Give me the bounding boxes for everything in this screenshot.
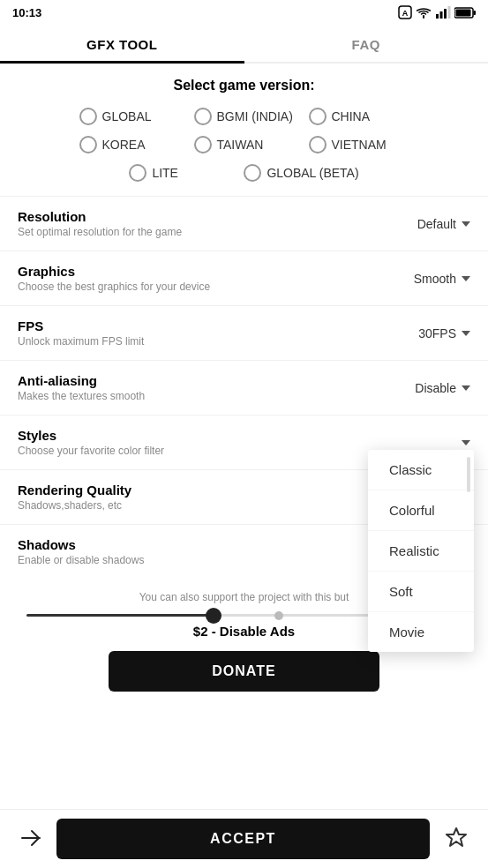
radio-global-beta bbox=[244, 164, 261, 182]
assistant-icon: A bbox=[398, 5, 412, 19]
version-option-taiwan[interactable]: TAIWAN bbox=[187, 132, 302, 157]
svg-rect-4 bbox=[444, 9, 447, 19]
version-row-3: LITE GLOBAL (BETA) bbox=[18, 161, 470, 185]
dropdown-option-realistic[interactable]: Realistic bbox=[368, 531, 474, 572]
radio-korea bbox=[79, 136, 97, 153]
chevron-down-icon bbox=[462, 221, 470, 227]
anti-aliasing-value: Disable bbox=[415, 381, 456, 395]
graphics-value: Smooth bbox=[414, 272, 456, 286]
setting-fps-desc: Unlock maximum FPS limit bbox=[18, 335, 144, 348]
setting-graphics-label: Graphics Choose the best graphics for yo… bbox=[18, 264, 210, 293]
setting-anti-aliasing: Anti-aliasing Makes the textures smooth … bbox=[0, 360, 488, 415]
version-title: Select game version: bbox=[18, 78, 470, 94]
dropdown-option-soft[interactable]: Soft bbox=[368, 572, 474, 612]
chevron-down-icon bbox=[462, 276, 470, 281]
version-section: Select game version: GLOBAL BGMI (INDIA)… bbox=[0, 64, 488, 196]
radio-china bbox=[309, 108, 327, 125]
resolution-value: Default bbox=[417, 217, 456, 231]
setting-shadows-label: Shadows Enable or disable shadows bbox=[18, 537, 144, 566]
chevron-down-icon bbox=[462, 440, 470, 445]
setting-graphics-desc: Choose the best graphics for your device bbox=[18, 281, 210, 293]
version-row-2: KOREA TAIWAN VIETNAM bbox=[18, 132, 470, 157]
slider-thumb[interactable] bbox=[206, 608, 221, 624]
version-label-vietnam: VIETNAM bbox=[332, 138, 387, 152]
battery-icon bbox=[454, 7, 476, 19]
version-option-lite[interactable]: LITE bbox=[122, 161, 236, 185]
setting-fps: FPS Unlock maximum FPS limit 30FPS bbox=[0, 305, 488, 360]
version-option-global[interactable]: GLOBAL bbox=[72, 104, 187, 129]
version-option-china[interactable]: CHINA bbox=[302, 104, 417, 129]
main-content: Select game version: GLOBAL BGMI (INDIA)… bbox=[0, 64, 488, 771]
svg-rect-2 bbox=[436, 14, 439, 19]
setting-fps-label: FPS Unlock maximum FPS limit bbox=[18, 318, 144, 348]
slider-fill bbox=[26, 614, 214, 617]
version-label-korea: KOREA bbox=[102, 138, 146, 152]
dropdown-option-classic[interactable]: Classic bbox=[368, 450, 474, 490]
setting-resolution-desc: Set optimal resolution for the game bbox=[18, 226, 182, 238]
accept-button[interactable]: ACCEPT bbox=[56, 819, 430, 859]
version-label-global-beta: GLOBAL (BETA) bbox=[267, 166, 358, 180]
radio-global bbox=[79, 108, 97, 125]
setting-styles-desc: Choose your favorite color filter bbox=[18, 445, 164, 457]
status-bar: 10:13 A bbox=[0, 0, 488, 25]
favorite-button[interactable] bbox=[439, 820, 474, 858]
donate-button[interactable]: DONATE bbox=[109, 651, 380, 692]
radio-bgmi bbox=[194, 108, 212, 125]
fps-dropdown[interactable]: 30FPS bbox=[418, 326, 470, 340]
version-option-korea[interactable]: KOREA bbox=[72, 132, 187, 157]
bottom-bar: ACCEPT bbox=[0, 809, 488, 868]
setting-graphics: Graphics Choose the best graphics for yo… bbox=[0, 251, 488, 305]
setting-resolution-title: Resolution bbox=[18, 209, 182, 224]
version-label-taiwan: TAIWAN bbox=[217, 138, 264, 152]
svg-rect-7 bbox=[474, 11, 477, 15]
dropdown-option-movie[interactable]: Movie bbox=[368, 612, 474, 652]
setting-resolution: Resolution Set optimal resolution for th… bbox=[0, 196, 488, 251]
version-option-global-beta[interactable]: GLOBAL (BETA) bbox=[236, 161, 365, 185]
wifi-icon bbox=[416, 6, 432, 19]
status-icons: A bbox=[398, 5, 476, 19]
setting-styles-label: Styles Choose your favorite color filter bbox=[18, 428, 164, 457]
setting-fps-title: FPS bbox=[18, 318, 144, 333]
svg-marker-10 bbox=[447, 828, 466, 846]
version-option-bgmi[interactable]: BGMI (INDIA) bbox=[187, 104, 302, 129]
setting-resolution-label: Resolution Set optimal resolution for th… bbox=[18, 209, 182, 238]
version-label-lite: LITE bbox=[152, 166, 178, 180]
version-label-global: GLOBAL bbox=[102, 109, 152, 123]
graphics-dropdown[interactable]: Smooth bbox=[414, 272, 470, 286]
scroll-indicator bbox=[467, 457, 470, 492]
setting-styles-title: Styles bbox=[18, 428, 164, 443]
setting-shadows-title: Shadows bbox=[18, 537, 144, 552]
setting-anti-aliasing-label: Anti-aliasing Makes the textures smooth bbox=[18, 373, 145, 402]
anti-aliasing-dropdown[interactable]: Disable bbox=[415, 381, 470, 395]
tab-gfx-tool[interactable]: GFX TOOL bbox=[0, 25, 244, 64]
svg-rect-8 bbox=[456, 9, 471, 16]
radio-vietnam bbox=[309, 136, 327, 153]
setting-rendering-quality-desc: Shadows,shaders, etc bbox=[18, 499, 131, 512]
version-label-bgmi: BGMI (INDIA) bbox=[217, 109, 293, 123]
signal-icon bbox=[435, 6, 451, 19]
tab-bar: GFX TOOL FAQ bbox=[0, 25, 488, 64]
send-button[interactable] bbox=[14, 821, 48, 857]
styles-dropdown-menu: Classic Colorful Realistic Soft Movie bbox=[368, 450, 474, 652]
setting-anti-aliasing-title: Anti-aliasing bbox=[18, 373, 145, 388]
slider-tick-1 bbox=[274, 611, 283, 620]
setting-rendering-quality-title: Rendering Quality bbox=[18, 483, 131, 498]
radio-lite bbox=[129, 164, 146, 182]
send-icon bbox=[19, 827, 42, 849]
dropdown-option-colorful[interactable]: Colorful bbox=[368, 490, 474, 531]
setting-rendering-quality-label: Rendering Quality Shadows,shaders, etc bbox=[18, 483, 131, 512]
resolution-dropdown[interactable]: Default bbox=[417, 217, 470, 231]
styles-dropdown[interactable] bbox=[460, 440, 470, 445]
svg-rect-3 bbox=[440, 11, 443, 19]
setting-shadows-desc: Enable or disable shadows bbox=[18, 554, 144, 566]
status-time: 10:13 bbox=[12, 6, 41, 19]
chevron-down-icon bbox=[462, 331, 470, 336]
svg-rect-5 bbox=[448, 6, 451, 19]
radio-taiwan bbox=[194, 136, 212, 153]
tab-faq[interactable]: FAQ bbox=[244, 25, 489, 62]
version-option-vietnam[interactable]: VIETNAM bbox=[302, 132, 417, 157]
version-row-1: GLOBAL BGMI (INDIA) CHINA bbox=[18, 104, 470, 129]
setting-graphics-title: Graphics bbox=[18, 264, 210, 279]
star-icon bbox=[444, 826, 469, 850]
version-label-china: CHINA bbox=[332, 109, 371, 123]
